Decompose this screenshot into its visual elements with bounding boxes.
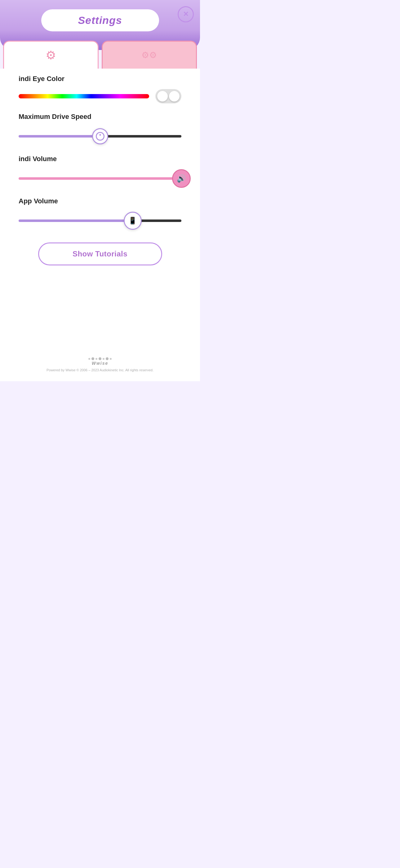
close-button[interactable]: ✕ <box>178 6 194 22</box>
indi-volume-label: indi Volume <box>19 155 181 163</box>
gear-double-icon: ⚙⚙ <box>141 50 157 60</box>
speedometer-dot <box>99 134 101 136</box>
settings-content: indi Eye Color Maximum Drive Speed indi … <box>0 69 200 348</box>
indi-volume-section: indi Volume 🔊 <box>19 155 181 188</box>
indi-volume-slider[interactable]: 🔊 <box>19 169 181 188</box>
max-drive-speed-section: Maximum Drive Speed <box>19 113 181 146</box>
wwise-dot-6 <box>106 357 108 360</box>
drive-speed-slider[interactable] <box>19 127 181 146</box>
eye-color-row <box>19 89 181 103</box>
tabs-row: ⚙ ⚙⚙ <box>0 41 200 69</box>
app-volume-section: App Volume 📱 <box>19 197 181 230</box>
gear-icon: ⚙ <box>45 49 56 62</box>
wwise-dot-5 <box>103 358 104 360</box>
indi-volume-track <box>19 177 181 180</box>
eye-color-label: indi Eye Color <box>19 75 181 83</box>
wwise-dot-3 <box>96 358 97 360</box>
tab-more-settings[interactable]: ⚙⚙ <box>102 41 197 69</box>
tab-settings[interactable]: ⚙ <box>3 41 99 69</box>
phone-music-icon: 📱 <box>128 217 137 225</box>
eye-color-section: indi Eye Color <box>19 75 181 103</box>
drive-speed-thumb <box>92 128 108 144</box>
toggle-knob-right <box>169 91 179 101</box>
indi-volume-thumb: 🔊 <box>172 169 191 188</box>
app-volume-track <box>19 219 181 222</box>
app-volume-label: App Volume <box>19 197 181 205</box>
show-tutorials-button[interactable]: Show Tutorials <box>38 243 162 266</box>
wwise-dot-7 <box>110 358 112 360</box>
wwise-dot-2 <box>92 357 94 360</box>
footer-copyright: Powered by Wwise © 2006 – 2023 Audiokine… <box>6 368 194 372</box>
footer: Wwise Powered by Wwise © 2006 – 2023 Aud… <box>0 348 200 381</box>
page-title: Settings <box>78 14 122 26</box>
wwise-dot-1 <box>88 358 90 360</box>
color-slider-track[interactable] <box>19 94 149 98</box>
title-container: Settings <box>41 9 159 31</box>
wwise-dot-4 <box>99 357 101 360</box>
speedometer-inner <box>96 132 104 141</box>
wwise-dots <box>6 357 194 360</box>
app-volume-slider[interactable]: 📱 <box>19 211 181 230</box>
wwise-label: Wwise <box>6 361 194 366</box>
max-drive-speed-label: Maximum Drive Speed <box>19 113 181 121</box>
wwise-logo: Wwise <box>6 357 194 366</box>
toggle-knob-left <box>157 91 168 101</box>
volume-icon: 🔊 <box>177 174 186 183</box>
app-volume-thumb: 📱 <box>124 212 142 230</box>
close-icon: ✕ <box>183 10 189 18</box>
eye-color-toggle[interactable] <box>155 89 181 103</box>
